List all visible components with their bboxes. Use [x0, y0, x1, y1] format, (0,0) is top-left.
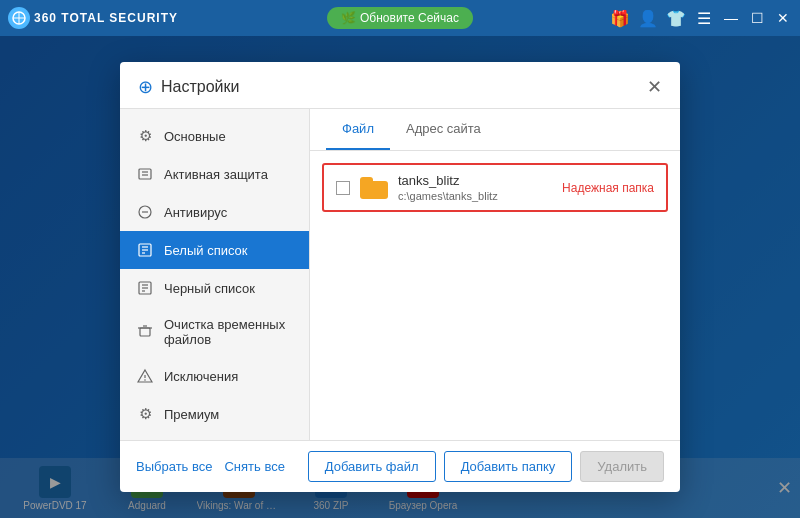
whitelist-label: Белый список — [164, 243, 248, 258]
whitelist-area: tanks_blitz c:\games\tanks_blitz Надежна… — [310, 151, 680, 440]
app-logo: 360 TOTAL SECURITY — [8, 7, 178, 29]
exclusions-icon — [136, 367, 154, 385]
plant-icon: 🌿 — [341, 11, 356, 25]
title-bar-left: 360 TOTAL SECURITY — [8, 7, 178, 29]
footer-links: Выбрать все Снять все — [136, 459, 300, 474]
delete-button[interactable]: Удалить — [580, 451, 664, 482]
cleanup-icon — [136, 323, 154, 341]
sidebar-item-exclusions[interactable]: Исключения — [120, 357, 309, 395]
svg-rect-16 — [140, 328, 150, 336]
title-bar-right: 🎁 👤 👕 ☰ — ☐ ✕ — [610, 9, 792, 28]
modal-header: ⊕ Настройки ✕ — [120, 62, 680, 109]
item-name: tanks_blitz — [398, 173, 552, 188]
add-folder-button[interactable]: Добавить папку — [444, 451, 573, 482]
minimize-button[interactable]: — — [722, 10, 740, 26]
tab-file-label: Файл — [342, 121, 374, 136]
sidebar-item-osnovnye[interactable]: ⚙ Основные — [120, 117, 309, 155]
add-file-button[interactable]: Добавить файл — [308, 451, 436, 482]
antivirus-label: Антивирус — [164, 205, 227, 220]
whitelist-icon — [136, 241, 154, 259]
active-prot-label: Активная защита — [164, 167, 268, 182]
content-area: Файл Адрес сайта tanks_blitz c:\games\ta… — [310, 109, 680, 440]
sidebar-item-cleanup[interactable]: Очистка временных файлов — [120, 307, 309, 357]
settings-modal: ⊕ Настройки ✕ ⚙ Основные Активная защита — [120, 62, 680, 492]
profile-icon[interactable]: 👤 — [638, 9, 658, 28]
maximize-button[interactable]: ☐ — [748, 10, 766, 26]
title-bar-center: 🌿 Обновите Сейчас — [327, 7, 473, 29]
premium-label: Премиум — [164, 407, 219, 422]
logo-icon — [8, 7, 30, 29]
close-button[interactable]: ✕ — [774, 10, 792, 26]
sidebar-item-blacklist[interactable]: Черный список — [120, 269, 309, 307]
tab-website[interactable]: Адрес сайта — [390, 109, 497, 150]
modal-title: Настройки — [161, 78, 239, 96]
item-checkbox[interactable] — [336, 181, 350, 195]
settings-sidebar: ⚙ Основные Активная защита Антивирус — [120, 109, 310, 440]
tab-website-label: Адрес сайта — [406, 121, 481, 136]
app-title: 360 TOTAL SECURITY — [34, 11, 178, 25]
modal-body: ⚙ Основные Активная защита Антивирус — [120, 109, 680, 440]
exclusions-label: Исключения — [164, 369, 238, 384]
title-bar: 360 TOTAL SECURITY 🌿 Обновите Сейчас 🎁 👤… — [0, 0, 800, 36]
sidebar-item-antivirus[interactable]: Антивирус — [120, 193, 309, 231]
modal-overlay: ⊕ Настройки ✕ ⚙ Основные Активная защита — [0, 36, 800, 518]
item-tag: Надежная папка — [562, 181, 654, 195]
sidebar-item-premium[interactable]: ⚙ Премиум — [120, 395, 309, 433]
active-prot-icon — [136, 165, 154, 183]
update-label: Обновите Сейчас — [360, 11, 459, 25]
shirt-icon[interactable]: 👕 — [666, 9, 686, 28]
menu-icon[interactable]: ☰ — [694, 9, 714, 28]
content-tabs: Файл Адрес сайта — [310, 109, 680, 151]
sidebar-item-active-protection[interactable]: Активная защита — [120, 155, 309, 193]
modal-footer: Выбрать все Снять все Добавить файл Доба… — [120, 440, 680, 492]
item-path: c:\games\tanks_blitz — [398, 190, 552, 202]
svg-rect-3 — [139, 169, 151, 179]
settings-icon: ⊕ — [138, 76, 153, 98]
list-item[interactable]: tanks_blitz c:\games\tanks_blitz Надежна… — [322, 163, 668, 212]
tab-file[interactable]: Файл — [326, 109, 390, 150]
item-details: tanks_blitz c:\games\tanks_blitz — [398, 173, 552, 202]
gift-icon[interactable]: 🎁 — [610, 9, 630, 28]
osnov-icon: ⚙ — [136, 127, 154, 145]
modal-title-row: ⊕ Настройки — [138, 76, 239, 98]
svg-point-21 — [144, 379, 146, 381]
antivirus-icon — [136, 203, 154, 221]
folder-icon — [360, 177, 388, 199]
premium-icon: ⚙ — [136, 405, 154, 423]
cleanup-label: Очистка временных файлов — [164, 317, 293, 347]
osnov-label: Основные — [164, 129, 226, 144]
blacklist-icon — [136, 279, 154, 297]
blacklist-label: Черный список — [164, 281, 255, 296]
update-button[interactable]: 🌿 Обновите Сейчас — [327, 7, 473, 29]
select-all-button[interactable]: Выбрать все — [136, 459, 212, 474]
modal-close-button[interactable]: ✕ — [647, 76, 662, 98]
deselect-all-button[interactable]: Снять все — [224, 459, 284, 474]
sidebar-item-whitelist[interactable]: Белый список — [120, 231, 309, 269]
